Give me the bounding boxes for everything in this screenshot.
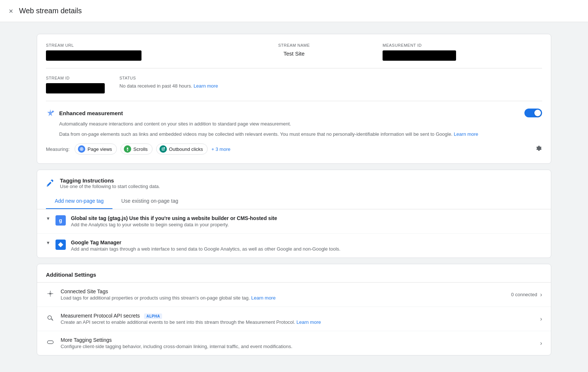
gtm-icon <box>55 240 66 250</box>
connected-chevron: › <box>540 291 542 298</box>
status-text: No data received in past 48 hours. Learn… <box>119 83 542 89</box>
measurement-protocol-content: Measurement Protocol API secrets ALPHA C… <box>61 313 534 325</box>
expand-arrow-gtag[interactable]: ▼ <box>46 216 50 221</box>
page-views-icon <box>78 145 85 153</box>
measurement-id-field: MEASUREMENT ID <box>383 43 542 61</box>
stream-id-label: STREAM ID <box>46 76 105 80</box>
stream-id-field: STREAM ID <box>46 76 105 93</box>
more-tagging-desc: Configure client-side tagging behavior, … <box>61 344 534 349</box>
svg-point-2 <box>127 148 128 149</box>
page-title: Web stream details <box>19 7 82 15</box>
status-learn-more-link[interactable]: Learn more <box>194 83 218 89</box>
measurement-protocol-chevron: › <box>540 316 542 322</box>
connected-site-tags-desc: Load tags for additional properties or p… <box>61 295 505 301</box>
measurement-protocol-title: Measurement Protocol API secrets ALPHA <box>61 313 534 319</box>
status-field: STATUS No data received in past 48 hours… <box>119 76 542 93</box>
enhanced-measurement-toggle[interactable] <box>524 109 542 117</box>
tagging-header: Tagging Instructions Use one of the foll… <box>37 170 551 194</box>
key-icon <box>46 314 55 323</box>
stream-info-card: STREAM URL STREAM NAME Test Site MEASURE… <box>37 34 551 164</box>
measurement-protocol-desc: Create an API secret to enable additiona… <box>61 319 534 325</box>
enhanced-measurement-icon <box>46 109 55 117</box>
gtag-title-bold: Global site tag (gtag.js) <box>71 215 128 221</box>
scrolls-label: Scrolls <box>133 146 148 152</box>
connected-icon <box>46 290 55 299</box>
enhanced-settings-gear-button[interactable] <box>535 145 542 154</box>
gtm-desc: Add and maintain tags through a web inte… <box>71 246 542 252</box>
enhanced-description-line1: Automatically measure interactions and c… <box>59 120 542 128</box>
global-site-tag-item: ▼ g Global site tag (gtag.js) Use this i… <box>37 209 551 234</box>
measuring-label: Measuring: <box>46 146 69 152</box>
status-label: STATUS <box>119 76 542 80</box>
stream-url-label: STREAM URL <box>46 43 205 47</box>
enhanced-title-row: Enhanced measurement <box>46 109 123 117</box>
tagging-instructions-card: Tagging Instructions Use one of the foll… <box>37 170 551 258</box>
expand-arrow-gtm[interactable]: ▼ <box>46 240 50 245</box>
gtag-desc: Add the Analytics tag to your website to… <box>71 222 542 227</box>
measurement-protocol-right: › <box>540 316 542 322</box>
measurement-protocol-learn-more[interactable]: Learn more <box>297 319 321 325</box>
enhanced-measurement-title: Enhanced measurement <box>59 110 123 116</box>
connected-site-tags-content: Connected Site Tags Load tags for additi… <box>61 288 505 301</box>
measurement-protocol-item[interactable]: Measurement Protocol API secrets ALPHA C… <box>37 307 551 331</box>
measurement-id-label: MEASUREMENT ID <box>383 43 542 47</box>
stream-url-field: STREAM URL <box>46 43 205 61</box>
gtm-item: ▼ Google Tag Manager Add and maintain ta… <box>37 234 551 258</box>
connected-site-tags-learn-more[interactable]: Learn more <box>251 295 275 301</box>
enhanced-learn-more-link[interactable]: Learn more <box>454 131 478 137</box>
main-content: STREAM URL STREAM NAME Test Site MEASURE… <box>0 22 588 367</box>
scrolls-icon <box>124 145 131 153</box>
more-tagging-content: More Tagging Settings Configure client-s… <box>61 337 534 349</box>
page-header: × Web stream details <box>0 0 588 22</box>
wrench-icon <box>46 179 55 188</box>
gtm-title-bold: Google Tag Manager <box>71 240 121 245</box>
tagging-title: Tagging Instructions <box>60 177 160 184</box>
more-tagging-right: › <box>540 340 542 347</box>
stream-name-field: STREAM NAME Test Site <box>214 43 374 61</box>
measurement-id-value <box>383 50 456 61</box>
more-tagging-title: More Tagging Settings <box>61 337 534 343</box>
outbound-clicks-chip[interactable]: Outbound clicks <box>156 144 208 155</box>
gtag-title: Global site tag (gtag.js) Use this if yo… <box>71 215 542 221</box>
page-views-label: Page views <box>87 146 112 152</box>
tab-use-existing-tag[interactable]: Use existing on-page tag <box>112 194 187 209</box>
additional-settings-title: Additional Settings <box>37 264 551 283</box>
close-button[interactable]: × <box>9 7 13 15</box>
stream-info-grid: STREAM URL STREAM NAME Test Site MEASURE… <box>46 43 542 61</box>
page-views-chip[interactable]: Page views <box>75 144 116 155</box>
connected-site-tags-item[interactable]: Connected Site Tags Load tags for additi… <box>37 283 551 307</box>
gtag-content: Global site tag (gtag.js) Use this if yo… <box>71 215 542 227</box>
stream-info-row2: STREAM ID STATUS No data received in pas… <box>46 68 542 93</box>
connected-count: 0 connected <box>511 292 537 297</box>
tag-icon <box>46 339 55 348</box>
more-tagging-settings-item[interactable]: More Tagging Settings Configure client-s… <box>37 331 551 355</box>
stream-name-value: Test Site <box>214 50 374 57</box>
svg-point-1 <box>81 148 82 150</box>
gtag-icon: g <box>55 215 66 226</box>
more-link[interactable]: + 3 more <box>211 146 230 152</box>
tagging-header-content: Tagging Instructions Use one of the foll… <box>60 177 160 189</box>
divider <box>46 101 542 101</box>
svg-rect-9 <box>47 341 53 344</box>
outbound-clicks-icon <box>159 145 167 153</box>
stream-name-label: STREAM NAME <box>214 43 374 47</box>
additional-settings-card: Additional Settings Connected Site Tags … <box>37 264 551 355</box>
alpha-badge: ALPHA <box>144 313 162 319</box>
outbound-clicks-label: Outbound clicks <box>169 146 203 152</box>
tagging-tabs: Add new on-page tag Use existing on-page… <box>37 194 551 209</box>
enhanced-description-line2: Data from on-page elements such as links… <box>59 131 542 138</box>
tab-add-new-tag[interactable]: Add new on-page tag <box>46 194 112 209</box>
more-tagging-chevron: › <box>540 340 542 347</box>
tagging-subtitle: Use one of the following to start collec… <box>60 184 160 189</box>
enhanced-measurement-section: Enhanced measurement Automatically measu… <box>46 109 542 155</box>
gtag-title-rest: Use this if you're using a website build… <box>129 215 277 221</box>
connected-site-tags-right: 0 connected › <box>511 291 542 298</box>
gtm-content: Google Tag Manager Add and maintain tags… <box>71 240 542 252</box>
enhanced-measurement-header: Enhanced measurement <box>46 109 542 117</box>
stream-url-value <box>46 50 141 61</box>
gtm-title: Google Tag Manager <box>71 240 542 245</box>
measuring-row: Measuring: Page views <box>46 144 542 155</box>
scrolls-chip[interactable]: Scrolls <box>121 144 153 155</box>
connected-site-tags-title: Connected Site Tags <box>61 288 505 294</box>
stream-id-value <box>46 83 105 93</box>
